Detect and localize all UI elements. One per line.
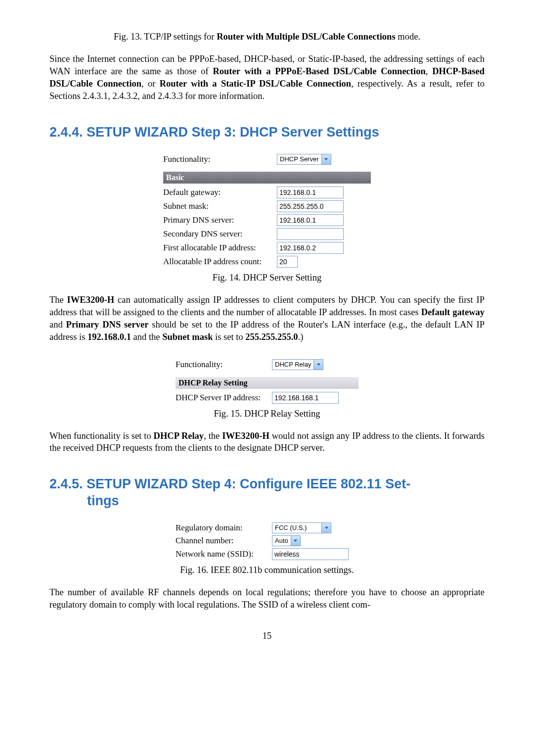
first-allocatable-label: First allocatable IP address: — [163, 243, 277, 253]
functionality-select[interactable]: DHCP Server — [277, 154, 331, 165]
default-gateway-label: Default gateway: — [163, 188, 277, 197]
first-allocatable-input[interactable] — [277, 242, 344, 254]
relay-functionality-select[interactable]: DHCP Relay — [272, 359, 323, 370]
chevron-down-icon — [291, 536, 300, 546]
fig15-dhcp-relay: Functionality: DHCP Relay DHCP Relay Set… — [49, 354, 485, 407]
chevron-down-icon — [321, 523, 331, 533]
ssid-label: Network name (SSID): — [176, 549, 272, 559]
intro-paragraph: Since the Internet connection can be PPP… — [49, 53, 485, 102]
default-gateway-input[interactable] — [277, 187, 344, 198]
relay-explain-paragraph: When functionality is set to DHCP Relay,… — [49, 430, 485, 455]
heading-245: 2.4.5. SETUP WIZARD Step 4: Configure IE… — [49, 476, 485, 510]
caption-text: Fig. 13. TCP/IP settings for — [114, 32, 217, 42]
functionality-label: Functionality: — [163, 154, 277, 164]
page-number: 15 — [49, 631, 485, 641]
subnet-mask-input[interactable] — [277, 200, 344, 212]
secondary-dns-input[interactable] — [277, 228, 344, 240]
relay-server-ip-input[interactable] — [272, 392, 339, 404]
fig16-caption: Fig. 16. IEEE 802.11b communication sett… — [49, 565, 485, 575]
fig15-caption: Fig. 15. DHCP Relay Setting — [49, 409, 485, 419]
chevron-down-icon — [321, 154, 331, 164]
relay-functionality-label: Functionality: — [176, 360, 272, 370]
ieee-explain-paragraph: The number of available RF channels depe… — [49, 586, 485, 611]
caption-text: mode. — [396, 32, 420, 42]
allocatable-count-label: Allocatable IP address count: — [163, 257, 277, 267]
channel-number-select[interactable]: Auto — [272, 535, 301, 546]
primary-dns-label: Primary DNS server: — [163, 215, 277, 225]
allocatable-count-input[interactable] — [277, 256, 298, 268]
relay-server-ip-label: DHCP Server IP address: — [176, 393, 272, 403]
fig14-caption: Fig. 14. DHCP Server Setting — [49, 273, 485, 283]
relay-header: DHCP Relay Setting — [176, 377, 358, 389]
fig14-dhcp-server: Functionality: DHCP Server Basic Default… — [49, 149, 485, 271]
regulatory-domain-label: Regulatory domain: — [176, 523, 272, 533]
heading-244: 2.4.4. SETUP WIZARD Step 3: DHCP Server … — [49, 124, 485, 141]
chevron-down-icon — [313, 360, 323, 370]
ssid-input[interactable] — [272, 548, 349, 560]
secondary-dns-label: Secondary DNS server: — [163, 229, 277, 239]
fig13-caption: Fig. 13. TCP/IP settings for Router with… — [49, 32, 485, 42]
basic-header: Basic — [163, 172, 371, 184]
dhcp-explain-paragraph: The IWE3200-H can automatically assign I… — [49, 294, 485, 343]
subnet-mask-label: Subnet mask: — [163, 201, 277, 211]
caption-bold: Router with Multiple DSL/Cable Connectio… — [217, 32, 395, 42]
channel-number-label: Channel number: — [176, 536, 272, 546]
regulatory-domain-select[interactable]: FCC (U.S.) — [272, 522, 331, 533]
fig16-ieee: Regulatory domain: FCC (U.S.) Channel nu… — [49, 518, 485, 563]
primary-dns-input[interactable] — [277, 214, 344, 226]
